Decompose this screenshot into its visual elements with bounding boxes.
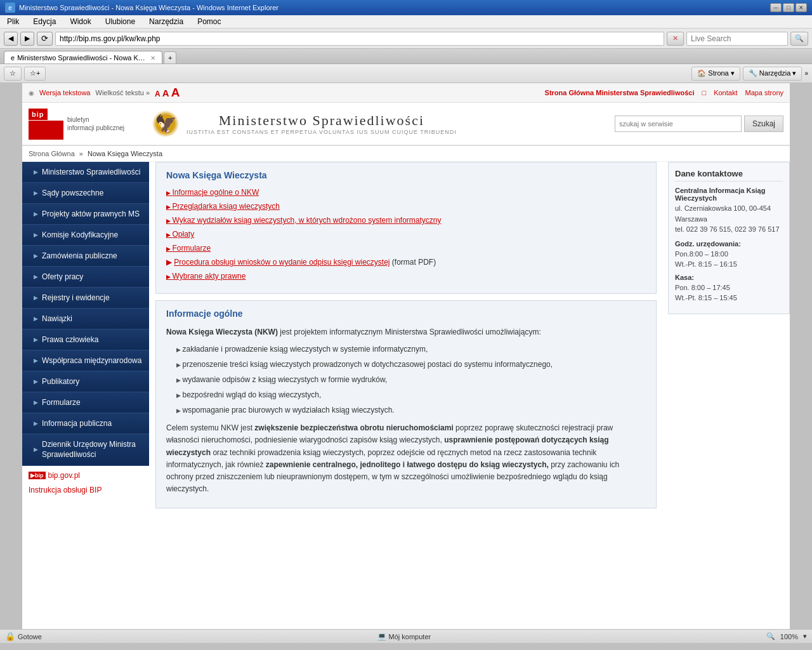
text-size-controls[interactable]: A A A	[155, 86, 180, 100]
sidebar-label: Ministerstwo Sprawiedliwości	[42, 168, 140, 176]
status-text: Gotowe	[18, 633, 42, 640]
search-input-main[interactable]	[615, 116, 742, 132]
sidebar-item-ministerstwo[interactable]: ▶ Ministerstwo Sprawiedliwości	[22, 162, 149, 183]
status-bar: 🔒 Gotowe 💻 Mój komputer 🔍 100% ▾	[0, 629, 812, 643]
forward-button[interactable]: ▶	[20, 32, 34, 46]
kontakt-link[interactable]: Kontakt	[714, 89, 737, 96]
info-intro: Nowa Księga Wieczysta (NKW) jest projekt…	[166, 326, 646, 338]
sidebar-item-nawiazki[interactable]: ▶ Nawiązki	[22, 308, 149, 329]
link-oplaty[interactable]: Opłaty	[166, 230, 646, 239]
page-label: 🏠 Strona ▾	[697, 69, 735, 77]
breadcrumb-home[interactable]: Strona Główna	[29, 150, 75, 157]
sidebar-bottom: ▶bip bip.gov.pl Instrukcja obsługi BIP	[22, 466, 149, 501]
arrow-icon: ▶	[34, 399, 38, 406]
computer-icon: 💻	[377, 632, 386, 640]
link-formularze[interactable]: Formularze	[166, 244, 646, 253]
sidebar-item-formularze[interactable]: ▶ Formularze	[22, 392, 149, 413]
info-paragraph: Celem systemu NKW jest zwiększenie bezpi…	[166, 422, 646, 495]
text-version-link[interactable]: Wersja tekstowa	[39, 89, 91, 96]
sidebar-label: Formularze	[42, 398, 81, 407]
sidebar-label: Informacja publiczna	[42, 419, 112, 428]
refresh-button[interactable]: ⟳	[37, 32, 53, 46]
bullet-5: wspomaganie prac biurowych w wydziałach …	[176, 404, 646, 416]
toolbar-expand[interactable]: »	[804, 70, 808, 77]
info-section: Informacje ogólne Nowa Księga Wieczysta …	[155, 300, 657, 508]
text-size-label: Wielkość tekstu »	[96, 89, 150, 96]
sidebar-item-sady[interactable]: ▶ Sądy powszechne	[22, 183, 149, 204]
arrow-icon: ▶	[34, 232, 38, 238]
text-size-small[interactable]: A	[155, 90, 160, 98]
arrow-icon: ▶	[34, 420, 38, 427]
live-search-input[interactable]	[686, 32, 788, 46]
new-tab-button[interactable]: +	[164, 51, 176, 63]
nkw-section-title: Nowa Księga Wieczysta	[166, 170, 646, 180]
zoom-arrow[interactable]: ▾	[803, 632, 807, 640]
sidebar-label: Oferty pracy	[42, 272, 83, 281]
arrow-icon: ▶	[34, 295, 38, 301]
sidebar-item-informacja[interactable]: ▶ Informacja publiczna	[22, 413, 149, 434]
header-search: Szukaj	[615, 116, 783, 132]
menu-narzedzia[interactable]: Narzędzia	[147, 17, 185, 27]
link-procedura[interactable]: Procedura obsługi wniosków o wydanie odp…	[174, 258, 390, 267]
menu-pomoc[interactable]: Pomoc	[195, 17, 223, 27]
menu-plik[interactable]: Plik	[5, 17, 21, 27]
close-button[interactable]: ✕	[796, 3, 807, 12]
sidebar-item-prawa[interactable]: ▶ Prawa człowieka	[22, 329, 149, 350]
arrow-icon: ▶	[34, 378, 38, 385]
text-size-large[interactable]: A	[171, 86, 180, 99]
arrow-icon: ▶	[34, 336, 38, 343]
link-wykaz[interactable]: Wykaz wydziałów ksiąg wieczystych, w któ…	[166, 216, 646, 225]
sidebar-item-rejestry[interactable]: ▶ Rejestry i ewidencje	[22, 288, 149, 308]
add-favorites-button[interactable]: ☆+	[24, 67, 46, 81]
minimize-button[interactable]: ─	[770, 3, 782, 12]
sidebar-item-dziennik[interactable]: ▶ Dziennik Urzędowy Ministra Sprawiedliw…	[22, 434, 149, 466]
maximize-button[interactable]: □	[783, 3, 794, 12]
sidebar-label: Projekty aktów prawnych MS	[42, 209, 140, 218]
bullet-2: przenoszenie treści ksiąg wieczystych pr…	[176, 359, 646, 370]
sidebar-item-komisje[interactable]: ▶ Komisje Kodyfikacyjne	[22, 225, 149, 246]
menu-widok[interactable]: Widok	[68, 17, 93, 27]
bip-logo-block: bip biuletyn informacji publicznej	[29, 109, 124, 140]
browser-tab-active[interactable]: e Ministerstwo Sprawiedliwości - Nowa Ks…	[4, 51, 162, 63]
menu-edycja[interactable]: Edycja	[31, 17, 58, 27]
window-controls[interactable]: ─ □ ✕	[770, 3, 807, 12]
sidebar-item-zamowienia[interactable]: ▶ Zamówienia publiczne	[22, 246, 149, 267]
back-button[interactable]: ◀	[4, 32, 18, 46]
ministry-title: Ministerstwo Sprawiedliwości	[187, 112, 457, 129]
instrukcja-link[interactable]: Instrukcja obsługi BIP	[29, 484, 143, 496]
search-button-main[interactable]: Szukaj	[744, 116, 783, 132]
tools-button[interactable]: 🔧 Narzędzia ▾	[743, 67, 802, 81]
add-star-icon: ☆+	[30, 69, 40, 77]
search-go-button[interactable]: 🔍	[790, 32, 808, 46]
page-button[interactable]: 🏠 Strona ▾	[691, 67, 740, 81]
tab-label: Ministerstwo Sprawiedliwości - Nowa Księ…	[17, 54, 145, 62]
mapa-strony-link[interactable]: Mapa strony	[745, 89, 783, 96]
tab-close-button[interactable]: ✕	[150, 55, 155, 62]
sidebar-item-publikatory[interactable]: ▶ Publikatory	[22, 371, 149, 392]
sidebar-item-projekty[interactable]: ▶ Projekty aktów prawnych MS	[22, 204, 149, 225]
header-main: bip biuletyn informacji publicznej 🦅 Min…	[22, 103, 790, 146]
favorites-button[interactable]: ☆	[4, 67, 22, 81]
sidebar-item-oferty[interactable]: ▶ Oferty pracy	[22, 267, 149, 288]
bip-small-logo: ▶bip	[29, 472, 46, 479]
bip-logo: bip	[29, 109, 48, 120]
address-input[interactable]	[55, 32, 664, 46]
link-akty[interactable]: Wybrane akty prawne	[166, 272, 646, 281]
breadcrumb-current: Nowa Księga Wieczysta	[88, 150, 162, 157]
contact-org: Centralna Informacja Ksiąg Wieczystych	[675, 187, 783, 202]
stop-button[interactable]: ✕	[667, 32, 684, 46]
link-przegladarka[interactable]: Przeglądarka ksiąg wieczystych	[166, 202, 646, 211]
bullet-3: wydawanie odpisów z ksiąg wieczystych w …	[176, 374, 646, 385]
page-wrapper: ◉ Wersja tekstowa Wielkość tekstu » A A …	[22, 83, 790, 629]
link-informacje-ogolne[interactable]: Informacje ogólne o NKW	[166, 188, 646, 197]
address-bar: ◀ ▶ ⟳ ✕ 🔍	[0, 29, 812, 49]
contact-kasa-label: Kasa:	[675, 274, 783, 281]
menu-ulubione[interactable]: Ulubione	[103, 17, 137, 27]
sidebar-label: Prawa człowieka	[42, 335, 98, 344]
sidebar-item-wspolpraca[interactable]: ▶ Współpraca międzynarodowa	[22, 350, 149, 371]
text-size-medium[interactable]: A	[162, 88, 169, 98]
strona-glowna-link[interactable]: Strona Główna Ministerstwa Sprawiedliwoś…	[545, 89, 695, 96]
bip-gov-link[interactable]: ▶bip bip.gov.pl	[29, 471, 143, 480]
breadcrumb: Strona Główna » Nowa Księga Wieczysta	[22, 146, 790, 162]
sidebar-label: Nawiązki	[42, 314, 72, 323]
